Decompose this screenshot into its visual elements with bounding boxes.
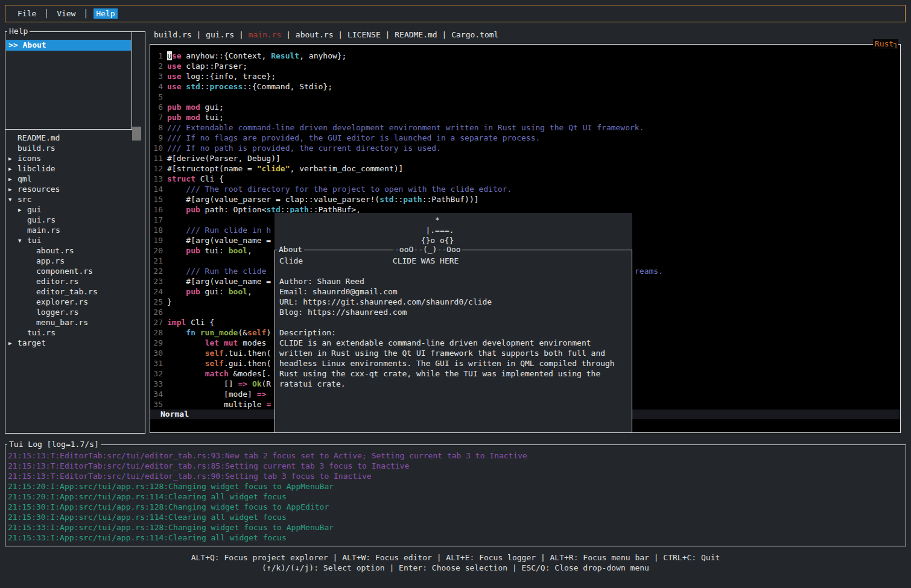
code-line-text: pub mod gui; <box>167 102 224 112</box>
code-line[interactable]: 12#[structopt(name = "clide", verbatim_d… <box>150 163 900 174</box>
code-token: pub <box>167 103 181 112</box>
code-token <box>167 287 186 296</box>
line-number: 34 <box>153 389 163 399</box>
code-token: #[structopt(name = <box>167 164 257 173</box>
code-token: #[arg(value_parser = clap::value_parser!… <box>167 195 379 204</box>
editor-tab-build-rs[interactable]: build.rs <box>154 30 192 39</box>
editor-tab-license[interactable]: LICENSE <box>348 30 381 39</box>
code-line[interactable]: 11#[derive(Parser, Debug)] <box>150 153 900 163</box>
file-tree: README.mdbuild.rs▶icons▶libclide▶qml▶res… <box>5 133 145 348</box>
code-line-text: /// If no path is provided, the current … <box>167 143 441 153</box>
tree-item-app-rs[interactable]: app.rs <box>5 256 145 266</box>
tree-item-label: libclide <box>17 163 56 174</box>
tree-item-tui-rs[interactable]: tui.rs <box>5 327 145 338</box>
tree-item-label: target <box>17 338 46 348</box>
tree-item-target[interactable]: ▶target <box>5 338 145 348</box>
about-popup-line <box>279 266 630 276</box>
code-token: path: Option< <box>200 205 267 214</box>
tree-item-gui-rs[interactable]: gui.rs <box>5 215 145 225</box>
chevron-right-icon[interactable]: ▶ <box>8 154 11 164</box>
code-token <box>167 369 205 378</box>
tree-item-editor-rs[interactable]: editor.rs <box>5 276 145 286</box>
code-line[interactable]: 6pub mod gui; <box>150 102 900 112</box>
code-line-text: self.tui.then( <box>167 348 271 358</box>
code-line[interactable]: 9/// If no flags are provided, the GUI e… <box>150 133 900 143</box>
line-number: 1 <box>153 51 163 61</box>
tree-item-main-rs[interactable]: main.rs <box>5 225 145 235</box>
tui-log-title: Tui Log [log=1.7/s] <box>7 440 101 449</box>
code-line-text: use log::{info, trace}; <box>167 71 276 81</box>
tree-item-about-rs[interactable]: about.rs <box>5 245 145 256</box>
about-popup-line: Author: Shaun Reed <box>279 276 630 286</box>
line-number: 18 <box>153 225 163 235</box>
chevron-down-icon[interactable]: ▼ <box>18 236 21 246</box>
code-token: pub <box>186 287 200 296</box>
code-line[interactable]: 10/// If no path is provided, the curren… <box>150 143 900 153</box>
tree-item-build-rs[interactable]: build.rs <box>5 143 145 153</box>
about-popup-line <box>279 317 630 327</box>
line-number: 13 <box>153 174 163 184</box>
about-popup-line: headless Linux environments. The GUI is … <box>279 358 630 368</box>
line-number: 22 <box>153 266 163 276</box>
tree-item-label: README.md <box>17 133 60 143</box>
help-dropdown-item-about[interactable]: >> About <box>6 40 131 51</box>
tree-item-editor-tab-rs[interactable]: editor_tab.rs <box>5 286 145 297</box>
editor-tab-readme-md[interactable]: README.md <box>395 30 437 39</box>
tree-item-label: editor_tab.rs <box>36 286 98 297</box>
code-token: struct <box>167 174 195 183</box>
editor-tab-gui-rs[interactable]: gui.rs <box>206 30 234 39</box>
tree-item-menu-bar-rs[interactable]: menu_bar.rs <box>5 317 145 327</box>
code-line[interactable]: 14 /// The root directory for the projec… <box>150 184 900 194</box>
line-number: 6 <box>153 102 163 112</box>
code-line[interactable]: 3use log::{info, trace}; <box>150 71 900 81</box>
tree-item-component-rs[interactable]: component.rs <box>5 266 145 276</box>
chevron-right-icon[interactable]: ▶ <box>8 185 11 195</box>
chevron-right-icon[interactable]: ▶ <box>8 174 11 185</box>
editor-tab-main-rs[interactable]: main.rs <box>249 30 282 39</box>
code-token: pub <box>167 113 181 122</box>
code-line[interactable]: 1use anyhow::{Context, Result, anyhow}; <box>150 51 900 61</box>
code-token: ::{Command, Stdio}; <box>243 82 332 91</box>
code-token: use <box>167 72 181 81</box>
chevron-right-icon[interactable]: ▶ <box>8 164 11 174</box>
tree-item-tui[interactable]: ▼tui <box>5 235 145 245</box>
code-token: process <box>209 82 243 91</box>
tree-item-gui[interactable]: ▶gui <box>5 204 145 215</box>
tree-item-icons[interactable]: ▶icons <box>5 153 145 163</box>
tree-item-readme-md[interactable]: README.md <box>5 133 145 143</box>
tree-item-label: about.rs <box>36 245 74 256</box>
code-line[interactable]: 2use clap::Parser; <box>150 61 900 71</box>
code-line[interactable]: 5 <box>150 92 900 102</box>
explorer-scrollbar-thumb[interactable] <box>132 127 141 141</box>
tab-separator: | <box>381 30 395 39</box>
code-line[interactable]: 13struct Cli { <box>150 174 900 184</box>
tree-item-logger-rs[interactable]: logger.rs <box>5 307 145 317</box>
code-line[interactable]: 7pub mod tui; <box>150 112 900 122</box>
menu-item-view[interactable]: View <box>54 8 78 19</box>
tree-item-resources[interactable]: ▶resources <box>5 184 145 194</box>
tree-item-src[interactable]: ▼src <box>5 194 145 204</box>
code-line[interactable]: 4use std::process::{Command, Stdio}; <box>150 81 900 92</box>
menu-item-help[interactable]: Help <box>94 8 117 19</box>
line-number: 27 <box>153 317 163 327</box>
about-ascii-art: * |.===. {}o o{} <box>275 215 454 245</box>
code-token: impl <box>167 318 186 327</box>
code-line[interactable]: 8/// Extendable command-line driven deve… <box>150 122 900 133</box>
chevron-right-icon[interactable]: ▶ <box>18 205 21 215</box>
code-line[interactable]: 15 #[arg(value_parser = clap::value_pars… <box>150 194 900 204</box>
code-token: (& <box>238 328 247 337</box>
chevron-down-icon[interactable]: ▼ <box>8 195 11 205</box>
language-badge: Rust┐ <box>873 39 898 49</box>
tree-item-explorer-rs[interactable]: explorer.rs <box>5 297 145 307</box>
editor-tab-about-rs[interactable]: about.rs <box>296 30 334 39</box>
chevron-right-icon[interactable]: ▶ <box>8 338 11 349</box>
editor-tab-cargo-toml[interactable]: Cargo.toml <box>451 30 498 39</box>
line-number: 24 <box>153 286 163 297</box>
tree-item-qml[interactable]: ▶qml <box>5 174 145 184</box>
menu-item-file[interactable]: File <box>15 8 39 19</box>
code-token: [mode] <box>167 390 257 399</box>
tree-item-libclide[interactable]: ▶libclide <box>5 163 145 174</box>
about-popup-title: About <box>277 245 304 254</box>
code-line-text: pub tui: bool, <box>167 245 252 256</box>
keybinding-hints: ALT+Q: Focus project explorer | ALT+W: F… <box>0 552 911 573</box>
